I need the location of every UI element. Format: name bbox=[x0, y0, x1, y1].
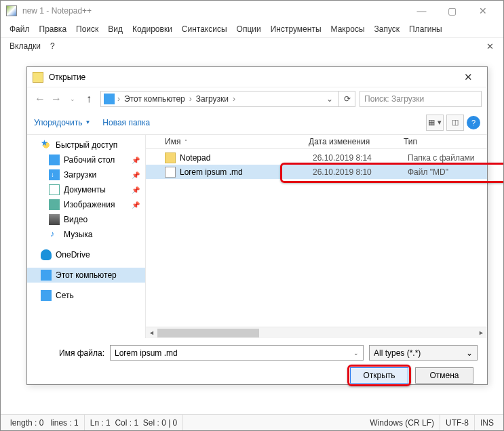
menubar-row2: Вкладки ? ✕ bbox=[1, 38, 503, 54]
maximize-button[interactable]: ▢ bbox=[437, 1, 467, 20]
dialog-close-button[interactable]: ✕ bbox=[454, 71, 482, 83]
chevron-down-icon: ▼ bbox=[85, 119, 90, 125]
nav-forward-icon[interactable]: → bbox=[49, 91, 64, 106]
toolbar-close-icon[interactable]: ✕ bbox=[481, 40, 499, 53]
sidebar-item-this-pc[interactable]: Этот компьютер bbox=[27, 268, 145, 283]
menu-file[interactable]: Файл bbox=[5, 22, 35, 36]
pc-icon bbox=[41, 270, 52, 281]
column-date[interactable]: Дата изменения bbox=[309, 137, 404, 146]
breadcrumb-folder[interactable]: Загрузки bbox=[195, 94, 230, 104]
preview-pane-button[interactable]: ◫ bbox=[446, 115, 464, 131]
open-dialog: Открытие ✕ ← → ⌄ ↑ › Этот компьютер › За… bbox=[26, 66, 488, 385]
nav-back-icon[interactable]: ← bbox=[33, 91, 47, 106]
nav-up-icon[interactable]: ↑ bbox=[81, 91, 96, 106]
breadcrumb-root[interactable]: Этот компьютер bbox=[123, 94, 187, 104]
minimize-button[interactable]: — bbox=[406, 1, 437, 20]
menu-plugins[interactable]: Плагины bbox=[404, 22, 447, 36]
titlebar: new 1 - Notepad++ — ▢ ✕ bbox=[1, 1, 503, 21]
onedrive-icon bbox=[41, 249, 52, 260]
pictures-icon bbox=[49, 199, 60, 210]
menu-view[interactable]: Вид bbox=[103, 22, 128, 36]
sidebar-item-network[interactable]: Сеть bbox=[27, 288, 145, 303]
menu-search[interactable]: Поиск bbox=[71, 22, 103, 36]
dialog-title: Открытие bbox=[49, 73, 454, 82]
column-type[interactable]: Тип bbox=[404, 137, 487, 146]
menu-edit[interactable]: Правка bbox=[35, 22, 72, 36]
sort-icon: ˄ bbox=[185, 139, 187, 145]
menu-tabs[interactable]: Вкладки bbox=[5, 39, 45, 53]
statusbar: length : 0 lines : 1 Ln : 1 Col : 1 Sel … bbox=[1, 414, 503, 430]
sidebar-item-pictures[interactable]: Изображения📌 bbox=[27, 197, 145, 212]
sidebar-item-documents[interactable]: Документы📌 bbox=[27, 182, 145, 197]
music-icon bbox=[49, 229, 60, 240]
status-length: length : 0 lines : 1 bbox=[5, 415, 85, 430]
address-bar[interactable]: › Этот компьютер › Загрузки › ⌄ bbox=[100, 91, 339, 107]
videos-icon bbox=[49, 214, 60, 225]
network-icon bbox=[41, 290, 52, 301]
status-eol: Windows (CR LF) bbox=[364, 415, 440, 430]
dialog-icon bbox=[33, 72, 43, 83]
sidebar-item-desktop[interactable]: Рабочий стол📌 bbox=[27, 152, 145, 167]
menubar: Файл Правка Поиск Вид Кодировки Синтакси… bbox=[1, 21, 503, 38]
column-headers[interactable]: Имя˄ Дата изменения Тип bbox=[146, 135, 487, 149]
nav-history-icon[interactable]: ⌄ bbox=[65, 91, 80, 106]
window-title: new 1 - Notepad++ bbox=[22, 6, 406, 16]
open-button[interactable]: Открыть bbox=[350, 367, 408, 384]
app-icon bbox=[6, 5, 17, 16]
sidebar-item-quick-access[interactable]: Быстрый доступ bbox=[27, 138, 145, 152]
file-name-label: Имя файла: bbox=[37, 348, 104, 358]
scroll-left-icon[interactable]: ◄ bbox=[146, 327, 157, 338]
chevron-down-icon: ⌄ bbox=[466, 348, 473, 358]
pin-icon: 📌 bbox=[132, 186, 140, 194]
file-name-input[interactable]: Lorem ipsum .md ⌄ bbox=[110, 345, 364, 361]
desktop-icon bbox=[49, 155, 60, 165]
documents-icon bbox=[49, 184, 60, 195]
pc-icon bbox=[104, 94, 115, 104]
cancel-button[interactable]: Отмена bbox=[415, 367, 473, 384]
scrollbar-thumb[interactable] bbox=[157, 329, 259, 337]
scroll-right-icon[interactable]: ► bbox=[476, 327, 487, 338]
refresh-button[interactable]: ⟳ bbox=[339, 91, 355, 107]
menu-syntax[interactable]: Синтаксисы bbox=[177, 22, 232, 36]
folder-icon bbox=[165, 152, 176, 163]
address-dropdown-icon[interactable]: ⌄ bbox=[324, 94, 336, 104]
file-list: Notepad 26.10.2019 8:14 Папка с файлами … bbox=[146, 149, 487, 327]
file-row-selected[interactable]: Lorem ipsum .md 26.10.2019 8:10 Файл "MD… bbox=[146, 165, 487, 179]
status-encoding: UTF-8 bbox=[440, 415, 475, 430]
search-placeholder: Поиск: Загрузки bbox=[364, 94, 424, 104]
help-button[interactable]: ? bbox=[467, 116, 480, 129]
status-ins: INS bbox=[475, 415, 499, 430]
sidebar-item-music[interactable]: Музыка bbox=[27, 227, 145, 242]
menu-tools[interactable]: Инструменты bbox=[266, 22, 326, 36]
file-row-folder[interactable]: Notepad 26.10.2019 8:14 Папка с файлами bbox=[146, 150, 487, 165]
pin-icon: 📌 bbox=[132, 171, 140, 179]
downloads-icon bbox=[49, 169, 60, 180]
chevron-down-icon[interactable]: ⌄ bbox=[353, 350, 359, 356]
sidebar: Быстрый доступ Рабочий стол📌 Загрузки📌 Д… bbox=[27, 135, 146, 338]
search-input[interactable]: Поиск: Загрузки bbox=[360, 91, 482, 107]
sidebar-item-videos[interactable]: Видео bbox=[27, 212, 145, 227]
sidebar-item-onedrive[interactable]: OneDrive bbox=[27, 247, 145, 262]
menu-encoding[interactable]: Кодировки bbox=[128, 22, 177, 36]
file-type-select[interactable]: All types (*.*) ⌄ bbox=[369, 345, 478, 361]
menu-run[interactable]: Запуск bbox=[370, 22, 405, 36]
pin-icon: 📌 bbox=[132, 157, 140, 164]
pin-icon: 📌 bbox=[132, 201, 140, 209]
menu-help[interactable]: ? bbox=[45, 39, 60, 53]
view-mode-button[interactable]: ▦ ▾ bbox=[426, 115, 444, 131]
file-icon bbox=[165, 167, 176, 178]
column-name[interactable]: Имя bbox=[165, 137, 180, 146]
star-icon bbox=[41, 140, 52, 150]
close-button[interactable]: ✕ bbox=[467, 1, 498, 20]
menu-macros[interactable]: Макросы bbox=[326, 22, 370, 36]
menu-options[interactable]: Опции bbox=[232, 22, 266, 36]
scrollbar-horizontal[interactable]: ◄ ► bbox=[146, 327, 487, 338]
status-position: Ln : 1 Col : 1 Sel : 0 | 0 bbox=[85, 415, 184, 430]
sidebar-item-downloads[interactable]: Загрузки📌 bbox=[27, 167, 145, 182]
organize-button[interactable]: Упорядочить ▼ bbox=[34, 118, 90, 127]
new-folder-button[interactable]: Новая папка bbox=[102, 118, 150, 127]
